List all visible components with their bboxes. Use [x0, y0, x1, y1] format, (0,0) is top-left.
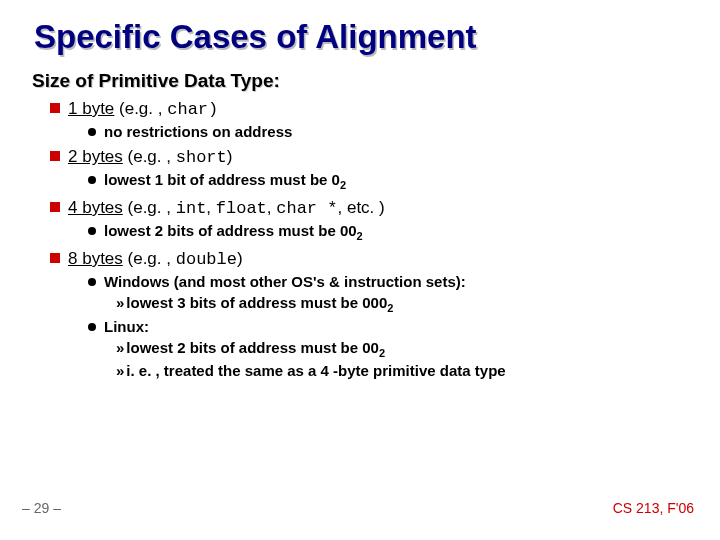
raquo-icon: »: [116, 294, 124, 311]
disc-bullet-icon: [88, 128, 96, 136]
bullet-4bytes: 4 bytes (e.g. , int, float, char *, etc.…: [50, 197, 692, 221]
subsubbullet: »lowest 3 bits of address must be 0002: [116, 293, 692, 316]
subbullet-text: lowest 1 bit of address must be 02: [104, 170, 692, 193]
bullet-1byte: 1 byte (e.g. , char): [50, 98, 692, 122]
subbullet: no restrictions on address: [88, 122, 692, 142]
subbullet-text: Windows (and most other OS's & instructi…: [104, 272, 692, 292]
raquo-icon: »: [116, 339, 124, 356]
bullet-2bytes: 2 bytes (e.g. , short): [50, 146, 692, 170]
subbullet-linux: Linux:: [88, 317, 692, 337]
disc-bullet-icon: [88, 227, 96, 235]
subsubbullet: »lowest 2 bits of address must be 002: [116, 338, 692, 361]
subbullet-windows: Windows (and most other OS's & instructi…: [88, 272, 692, 292]
subbullet-text: lowest 2 bits of address must be 002: [104, 221, 692, 244]
bullet-text: 4 bytes (e.g. , int, float, char *, etc.…: [68, 197, 692, 221]
subbullet-text: Linux:: [104, 317, 692, 337]
raquo-icon: »: [116, 362, 124, 379]
course-label: CS 213, F'06: [613, 500, 694, 516]
subbullet: lowest 2 bits of address must be 002: [88, 221, 692, 244]
slide-subtitle: Size of Primitive Data Type:: [32, 70, 692, 92]
disc-bullet-icon: [88, 176, 96, 184]
slide: Specific Cases of Alignment Size of Prim…: [0, 0, 720, 540]
square-bullet-icon: [50, 103, 60, 113]
subbullet: lowest 1 bit of address must be 02: [88, 170, 692, 193]
square-bullet-icon: [50, 151, 60, 161]
subsubbullet: »i. e. , treated the same as a 4 -byte p…: [116, 361, 692, 381]
bullet-text: 2 bytes (e.g. , short): [68, 146, 692, 170]
bullet-8bytes: 8 bytes (e.g. , double): [50, 248, 692, 272]
page-number: – 29 –: [22, 500, 61, 516]
square-bullet-icon: [50, 202, 60, 212]
subbullet-text: no restrictions on address: [104, 122, 692, 142]
disc-bullet-icon: [88, 278, 96, 286]
slide-title: Specific Cases of Alignment: [34, 18, 692, 56]
bullet-text: 8 bytes (e.g. , double): [68, 248, 692, 272]
square-bullet-icon: [50, 253, 60, 263]
bullet-text: 1 byte (e.g. , char): [68, 98, 692, 122]
disc-bullet-icon: [88, 323, 96, 331]
